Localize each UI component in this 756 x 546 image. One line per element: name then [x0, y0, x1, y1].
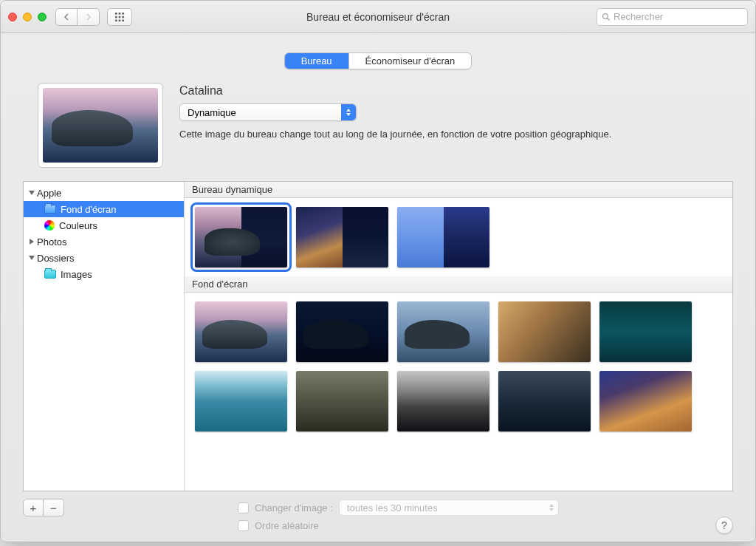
sidebar-label: Apple [37, 188, 61, 199]
wallpaper-thumb[interactable] [397, 301, 489, 362]
zoom-button[interactable] [38, 13, 47, 21]
traffic-lights [8, 13, 47, 21]
wallpaper-thumb[interactable] [397, 207, 489, 267]
svg-line-10 [608, 18, 610, 20]
wallpaper-thumb[interactable] [195, 301, 287, 362]
color-wheel-icon [44, 220, 55, 231]
wallpaper-thumb[interactable] [599, 301, 692, 362]
sidebar-label: Images [61, 269, 92, 280]
section-header-dynamic: Bureau dynamique [185, 182, 732, 198]
remove-folder-button[interactable]: − [44, 499, 64, 516]
nav-buttons [55, 8, 100, 26]
wallpaper-thumb[interactable] [195, 371, 287, 431]
wallpaper-info: Catalina Dynamique Cette image du bureau… [179, 83, 718, 168]
sidebar-label: Photos [37, 236, 66, 248]
select-stepper-icon [341, 104, 356, 120]
add-folder-button[interactable]: + [23, 499, 44, 516]
bottom-bar: + − Changer d'image : toutes les 30 minu… [23, 499, 733, 534]
folder-icon [44, 270, 56, 279]
preferences-window: Bureau et économiseur d'écran Bureau Éco… [0, 0, 756, 542]
dynamic-thumbs [185, 198, 732, 276]
select-stepper-icon [549, 504, 554, 511]
sidebar-item-colors[interactable]: Couleurs [24, 217, 184, 233]
change-picture-label: Changer d'image : [255, 502, 333, 513]
search-input[interactable] [614, 11, 743, 22]
wallpaper-mode-value: Dynamique [188, 107, 236, 118]
current-wallpaper-preview [38, 83, 163, 168]
sidebar-item-images[interactable]: Images [24, 266, 184, 282]
search-icon [602, 13, 611, 21]
sidebar-item-folders[interactable]: Dossiers [24, 250, 184, 266]
svg-point-6 [115, 19, 117, 21]
header-row: Catalina Dynamique Cette image du bureau… [38, 83, 718, 168]
add-remove-buttons: + − [23, 499, 64, 516]
tab-screensaver[interactable]: Économiseur d'écran [349, 53, 472, 69]
sidebar-item-desktop-pictures[interactable]: Fond d'écran [24, 201, 184, 217]
disclosure-icon [29, 256, 35, 260]
wallpaper-gallery[interactable]: Bureau dynamique Fond d'écran [185, 182, 732, 491]
tab-desktop[interactable]: Bureau [285, 53, 349, 69]
search-field[interactable] [597, 8, 748, 26]
wallpaper-thumb[interactable] [195, 207, 287, 267]
source-sidebar: Apple Fond d'écran Couleurs Photos Dossi… [24, 182, 185, 491]
random-order-option: Ordre aléatoire [238, 516, 559, 534]
sidebar-item-photos[interactable]: Photos [24, 233, 184, 250]
wallpaper-thumb[interactable] [296, 207, 388, 267]
minimize-button[interactable] [23, 13, 32, 21]
wallpaper-thumb[interactable] [498, 371, 591, 431]
wallpaper-mode-select[interactable]: Dynamique [179, 103, 357, 121]
wallpaper-thumb[interactable] [599, 371, 692, 431]
content-area: Bureau Économiseur d'écran Catalina Dyna… [1, 33, 755, 542]
sidebar-label: Dossiers [37, 253, 75, 264]
interval-select[interactable]: toutes les 30 minutes [339, 499, 559, 516]
close-button[interactable] [8, 13, 17, 21]
sidebar-label: Fond d'écran [61, 204, 116, 215]
disclosure-icon [30, 239, 34, 245]
help-button[interactable]: ? [715, 516, 733, 534]
forward-button[interactable] [78, 8, 100, 26]
folder-icon [44, 205, 56, 214]
svg-point-7 [118, 19, 120, 21]
options: Changer d'image : toutes les 30 minutes … [238, 499, 559, 534]
svg-point-4 [118, 16, 120, 18]
svg-point-5 [122, 16, 124, 18]
change-picture-option: Changer d'image : toutes les 30 minutes [238, 499, 559, 516]
svg-point-8 [122, 19, 124, 21]
titlebar: Bureau et économiseur d'écran [1, 1, 755, 33]
svg-point-9 [603, 13, 608, 18]
desktop-thumbs [185, 293, 732, 440]
interval-value: toutes les 30 minutes [347, 502, 438, 513]
tab-bar: Bureau Économiseur d'écran [284, 52, 472, 69]
wallpaper-thumb[interactable] [498, 301, 591, 362]
wallpaper-thumb[interactable] [296, 371, 388, 431]
sidebar-item-apple[interactable]: Apple [24, 185, 184, 201]
change-picture-checkbox[interactable] [238, 502, 249, 513]
svg-point-0 [115, 12, 117, 14]
svg-point-1 [118, 12, 120, 14]
wallpaper-thumb[interactable] [397, 371, 489, 431]
show-all-button[interactable] [107, 8, 132, 26]
back-button[interactable] [55, 8, 78, 26]
section-header-desktop: Fond d'écran [185, 276, 732, 293]
wallpaper-description: Cette image du bureau change tout au lon… [179, 129, 718, 140]
wallpaper-thumb[interactable] [296, 301, 388, 362]
main-row: Apple Fond d'écran Couleurs Photos Dossi… [23, 181, 733, 491]
wallpaper-name: Catalina [179, 84, 718, 98]
svg-point-3 [115, 16, 117, 18]
random-order-checkbox[interactable] [238, 520, 249, 531]
random-order-label: Ordre aléatoire [255, 520, 319, 531]
svg-point-2 [122, 12, 124, 14]
disclosure-icon [29, 191, 35, 195]
sidebar-label: Couleurs [59, 220, 97, 231]
